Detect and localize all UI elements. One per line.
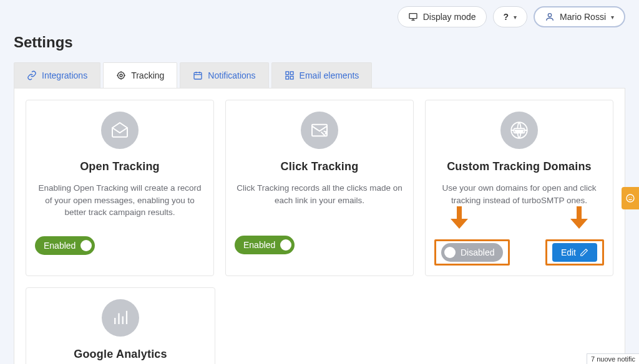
svg-rect-5 [286, 72, 289, 75]
grid-icon [285, 70, 295, 80]
tab-label: Notifications [208, 70, 255, 80]
toggle-open-tracking[interactable]: Enabled [35, 236, 95, 255]
envelope-icon [101, 112, 139, 149]
toggle-custom-tracking-domains[interactable]: Disabled [441, 243, 503, 262]
annotation-highlight: Disabled [434, 239, 510, 266]
chevron-down-icon: ▾ [514, 14, 517, 21]
user-name: Mario Rossi [560, 12, 606, 22]
help-icon: ? [504, 12, 509, 22]
toggle-label: Enabled [243, 240, 275, 250]
pencil-icon [580, 248, 588, 257]
notification-bar[interactable]: 7 nuove notific [587, 353, 639, 364]
card-title: Open Tracking [80, 160, 160, 173]
tab-integrations[interactable]: Integrations [14, 62, 100, 88]
card-title: Custom Tracking Domains [447, 160, 592, 173]
link-icon [27, 70, 37, 80]
page-title: Settings [0, 27, 639, 62]
svg-point-3 [120, 74, 122, 77]
svg-rect-0 [409, 14, 417, 19]
card-title: Google Analytics [74, 348, 167, 361]
tracking-panel: Open Tracking Enabling Open Tracking wil… [14, 88, 625, 364]
card-title: Click Tracking [281, 160, 359, 173]
tab-tracking[interactable]: Tracking [103, 62, 177, 88]
svg-text:www: www [515, 129, 524, 133]
svg-point-2 [118, 72, 125, 79]
card-custom-tracking-domains: www Custom Tracking Domains Use your own… [425, 100, 613, 276]
card-desc: Click Tracking records all the clicks ma… [235, 182, 404, 218]
tab-label: Integrations [42, 70, 87, 80]
edit-button[interactable]: Edit [552, 243, 597, 262]
settings-tabs: Integrations Tracking Notifications Emai… [0, 62, 639, 88]
chevron-down-icon: ▾ [611, 14, 614, 21]
toggle-knob [280, 239, 291, 251]
user-icon [545, 12, 555, 22]
svg-rect-4 [194, 72, 202, 79]
card-row: Open Tracking Enabling Open Tracking wil… [26, 100, 613, 276]
tab-email-elements[interactable]: Email elements [271, 62, 373, 88]
tab-label: Tracking [131, 70, 164, 80]
card-row-2: Google Analytics Google Analytics tracks… [26, 287, 613, 364]
help-button[interactable]: ? ▾ [493, 6, 528, 27]
display-mode-button[interactable]: Display mode [398, 6, 487, 27]
monitor-icon [408, 12, 418, 22]
card-google-analytics: Google Analytics Google Analytics tracks… [26, 287, 215, 364]
tab-notifications[interactable]: Notifications [180, 62, 268, 88]
svg-rect-9 [312, 125, 327, 136]
svg-point-13 [627, 194, 634, 202]
card-open-tracking: Open Tracking Enabling Open Tracking wil… [26, 100, 214, 276]
toggle-label: Enabled [44, 241, 76, 251]
tab-label: Email elements [300, 70, 359, 80]
target-icon [116, 70, 126, 80]
card-desc: Enabling Open Tracking will create a rec… [35, 182, 205, 219]
toggle-knob [444, 247, 456, 258]
card-click-tracking: Click Tracking Click Tracking records al… [225, 100, 414, 276]
top-bar: Display mode ? ▾ Mario Rossi ▾ [0, 0, 639, 27]
annotation-highlight: Edit [545, 239, 604, 266]
edit-label: Edit [561, 247, 576, 257]
display-mode-label: Display mode [423, 12, 476, 22]
annotation-arrow-icon [570, 206, 588, 229]
svg-rect-7 [286, 76, 289, 79]
svg-rect-8 [290, 76, 293, 79]
user-menu-button[interactable]: Mario Rossi ▾ [534, 6, 625, 27]
annotation-arrow-icon [451, 206, 468, 229]
globe-www-icon: www [500, 112, 538, 149]
bar-chart-icon [102, 299, 139, 337]
svg-rect-6 [290, 72, 293, 75]
toggle-click-tracking[interactable]: Enabled [235, 236, 295, 254]
feedback-side-tab[interactable] [622, 187, 639, 209]
toggle-label: Disabled [461, 247, 494, 257]
svg-point-1 [548, 14, 551, 17]
chat-icon [625, 193, 635, 203]
envelope-click-icon [301, 112, 338, 149]
notification-text: 7 nuove notific [591, 355, 635, 363]
toggle-knob [80, 240, 92, 251]
calendar-icon [193, 70, 203, 80]
